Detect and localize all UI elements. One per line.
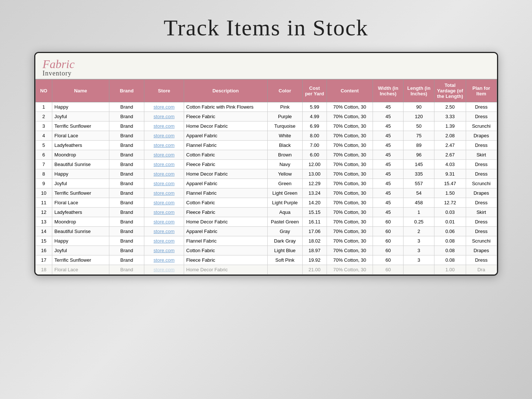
th-width: Width (in Inches) — [373, 80, 404, 102]
table-cell: Soft Pink — [267, 255, 302, 265]
table-row: 11Floral LaceBrandstore.comCotton Fabric… — [35, 198, 497, 208]
table-cell: 16.11 — [302, 217, 327, 227]
table-cell: Flannel Fabric — [184, 188, 267, 198]
th-color: Color — [267, 80, 302, 102]
table-cell: 18.02 — [302, 236, 327, 246]
table-cell: 70% Cotton, 30 — [327, 131, 373, 141]
store-link[interactable]: store.com — [154, 267, 175, 272]
table-row: 18Floral LaceBrandstore.comHome Decor Fa… — [35, 265, 497, 275]
table-cell: Home Decor Fabric — [184, 169, 267, 179]
table-cell: 60 — [373, 236, 404, 246]
table-cell: 45 — [373, 102, 404, 112]
table-cell: 19.92 — [302, 255, 327, 265]
table-cell: 45 — [373, 160, 404, 169]
table-cell: 1.50 — [434, 188, 466, 198]
table-cell: 16 — [35, 246, 52, 255]
table-cell: 14.20 — [302, 198, 327, 208]
table-cell: 4.03 — [434, 160, 466, 169]
table-cell: 8.00 — [302, 131, 327, 141]
table-cell: 17.06 — [302, 227, 327, 236]
table-cell: 458 — [404, 198, 434, 208]
table-cell: store.com — [144, 112, 184, 121]
table-cell: store.com — [144, 141, 184, 150]
table-cell: Dress — [466, 255, 497, 265]
table-cell: Dress — [466, 141, 497, 150]
table-cell: 45 — [373, 188, 404, 198]
table-cell: Brand — [109, 236, 144, 246]
table-row: 14Beautiful SunriseBrandstore.comApparel… — [35, 227, 497, 236]
table-cell: 2.50 — [434, 102, 466, 112]
table-cell: 0.01 — [434, 217, 466, 227]
table-cell: 12.00 — [302, 160, 327, 169]
store-link[interactable]: store.com — [154, 123, 175, 129]
th-plan: Plan for Item — [466, 80, 497, 102]
table-cell: 70% Cotton, 30 — [327, 208, 373, 217]
store-link[interactable]: store.com — [154, 152, 175, 158]
th-description: Description — [184, 80, 267, 102]
table-cell: 15.15 — [302, 208, 327, 217]
table-cell: 70% Cotton, 30 — [327, 265, 373, 275]
table-cell: Happy — [52, 169, 109, 179]
table-cell: Floral Lace — [52, 131, 109, 141]
table-cell: Black — [267, 141, 302, 150]
table-cell: store.com — [144, 236, 184, 246]
table-cell: Dress — [466, 198, 497, 208]
table-cell: Joyful — [52, 112, 109, 121]
store-link[interactable]: store.com — [154, 181, 175, 186]
store-link[interactable]: store.com — [154, 190, 175, 196]
table-cell: 7.00 — [302, 141, 327, 150]
table-cell: store.com — [144, 227, 184, 236]
table-cell: Aqua — [267, 208, 302, 217]
table-cell: 45 — [373, 141, 404, 150]
store-link[interactable]: store.com — [154, 238, 175, 244]
store-link[interactable]: store.com — [154, 209, 175, 215]
store-link[interactable]: store.com — [154, 229, 175, 234]
table-header-row: NO Name Brand Store Description Color Co… — [35, 80, 497, 102]
table-cell: 21.00 — [302, 265, 327, 275]
table-cell: Brand — [109, 208, 144, 217]
table-cell: 17 — [35, 255, 52, 265]
table-cell: 1.39 — [434, 121, 466, 131]
table-cell: Pink — [267, 102, 302, 112]
store-link[interactable]: store.com — [154, 142, 175, 148]
table-cell: Brand — [109, 188, 144, 198]
table-cell: 60 — [373, 246, 404, 255]
store-link[interactable]: store.com — [154, 257, 175, 263]
store-link[interactable]: store.com — [154, 162, 175, 167]
table-cell: 45 — [373, 208, 404, 217]
store-link[interactable]: store.com — [154, 219, 175, 225]
store-link[interactable]: store.com — [154, 248, 175, 253]
table-cell: 10 — [35, 188, 52, 198]
table-cell: Happy — [52, 236, 109, 246]
table-cell: 60 — [373, 217, 404, 227]
th-store: Store — [144, 80, 184, 102]
table-cell: 60 — [373, 227, 404, 236]
store-link[interactable]: store.com — [154, 114, 175, 119]
table-cell: 11 — [35, 198, 52, 208]
table-cell: Fleece Fabric — [184, 255, 267, 265]
table-cell: 70% Cotton, 30 — [327, 112, 373, 121]
table-cell: Drapes — [466, 131, 497, 141]
store-link[interactable]: store.com — [154, 171, 175, 177]
table-cell: Fleece Fabric — [184, 112, 267, 121]
table-cell: 2.08 — [434, 131, 466, 141]
table-row: 7Beautiful SunriseBrandstore.comFleece F… — [35, 160, 497, 169]
table-cell: 70% Cotton, 30 — [327, 179, 373, 188]
table-cell: 45 — [373, 150, 404, 160]
table-cell: 6.99 — [302, 121, 327, 131]
table-cell: Moondrop — [52, 150, 109, 160]
table-cell: Brand — [109, 246, 144, 255]
table-cell: 70% Cotton, 30 — [327, 198, 373, 208]
table-cell: Pastel Green — [267, 217, 302, 227]
store-link[interactable]: store.com — [154, 133, 175, 138]
table-cell: 45 — [373, 112, 404, 121]
th-no: NO — [35, 80, 52, 102]
table-cell: 13.00 — [302, 169, 327, 179]
table-cell: 50 — [404, 121, 434, 131]
table-cell: 1 — [35, 102, 52, 112]
store-link[interactable]: store.com — [154, 104, 175, 110]
table-cell: Brown — [267, 150, 302, 160]
table-cell: Cotton Fabric with Pink Flowers — [184, 102, 267, 112]
table-cell: store.com — [144, 121, 184, 131]
store-link[interactable]: store.com — [154, 200, 175, 205]
